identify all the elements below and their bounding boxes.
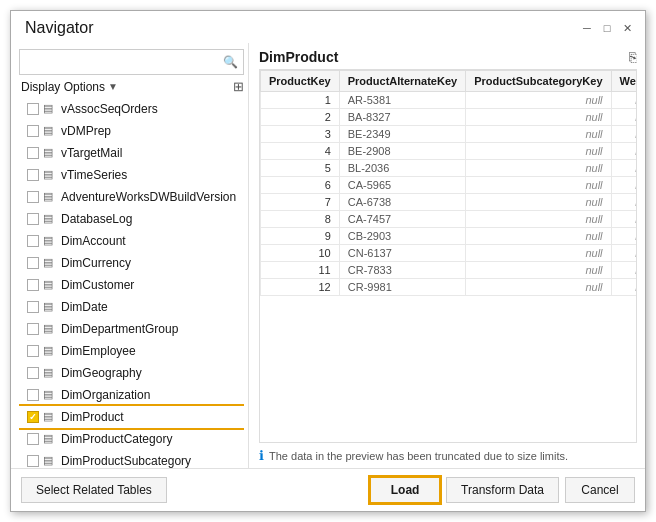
tree-item-label: DimProduct xyxy=(61,410,124,424)
tree-item-dimcurrency[interactable]: ▤DimCurrency xyxy=(19,252,244,274)
table-icon: ▤ xyxy=(43,212,57,226)
cell-product-key: 12 xyxy=(261,279,340,296)
display-options-icon[interactable]: ⊞ xyxy=(233,79,244,94)
cell-weight: null xyxy=(611,262,637,279)
cell-product-key: 5 xyxy=(261,160,340,177)
checkbox-vtimeseries[interactable] xyxy=(27,169,39,181)
preview-refresh-icon[interactable]: ⎘ xyxy=(629,49,637,65)
tree-item-dimemployee[interactable]: ▤DimEmployee xyxy=(19,340,244,362)
cell-alt-key: CR-9981 xyxy=(339,279,465,296)
left-panel: 🔍 Display Options ▼ ⊞ ▤vAssocSeqOrders▤v… xyxy=(19,43,249,468)
preview-title: DimProduct xyxy=(259,49,338,65)
checkbox-adventureworksdwbuildversion[interactable] xyxy=(27,191,39,203)
tree-item-dimgeography[interactable]: ▤DimGeography xyxy=(19,362,244,384)
transform-data-button[interactable]: Transform Data xyxy=(446,477,559,503)
navigator-dialog: Navigator ─ □ ✕ 🔍 Display Options ▼ ⊞ ▤ xyxy=(10,10,646,512)
checkbox-dimcustomer[interactable] xyxy=(27,279,39,291)
display-options-row[interactable]: Display Options ▼ ⊞ xyxy=(19,79,244,94)
checkbox-dimcurrency[interactable] xyxy=(27,257,39,269)
tree-item-dimdate[interactable]: ▤DimDate xyxy=(19,296,244,318)
tree-item-vtargetmail[interactable]: ▤vTargetMail xyxy=(19,142,244,164)
checkbox-dimorganization[interactable] xyxy=(27,389,39,401)
table-icon: ▤ xyxy=(43,366,57,380)
table-icon: ▤ xyxy=(43,168,57,182)
checkbox-dimproductcategory[interactable] xyxy=(27,433,39,445)
checkbox-dimgeography[interactable] xyxy=(27,367,39,379)
cell-product-key: 6 xyxy=(261,177,340,194)
tree-item-label: DimDate xyxy=(61,300,108,314)
checkbox-dimproductsubcategory[interactable] xyxy=(27,455,39,467)
data-table-container[interactable]: ProductKeyProductAlternateKeyProductSubc… xyxy=(259,69,637,443)
minimize-button[interactable]: ─ xyxy=(579,20,595,36)
cell-sub-key: null xyxy=(466,211,611,228)
tree-item-dimorganization[interactable]: ▤DimOrganization xyxy=(19,384,244,406)
checkbox-vdmprep[interactable] xyxy=(27,125,39,137)
table-icon: ▤ xyxy=(43,102,57,116)
tree-item-dimproduct[interactable]: ▤DimProduct xyxy=(19,406,244,428)
tree-item-dimproductcategory[interactable]: ▤DimProductCategory xyxy=(19,428,244,450)
table-row: 7CA-6738nullnull xyxy=(261,194,638,211)
cell-alt-key: CA-7457 xyxy=(339,211,465,228)
checkbox-dimemployee[interactable] xyxy=(27,345,39,357)
cell-weight: null xyxy=(611,211,637,228)
tree-item-databaselog[interactable]: ▤DatabaseLog xyxy=(19,208,244,230)
cell-product-key: 1 xyxy=(261,92,340,109)
display-options-label: Display Options xyxy=(21,80,105,94)
tree-item-vdmprep[interactable]: ▤vDMPrep xyxy=(19,120,244,142)
tree-item-vtimeseries[interactable]: ▤vTimeSeries xyxy=(19,164,244,186)
tree-item-adventureworksdwbuildversion[interactable]: ▤AdventureWorksDWBuildVersion xyxy=(19,186,244,208)
cell-alt-key: BE-2908 xyxy=(339,143,465,160)
maximize-button[interactable]: □ xyxy=(599,20,615,36)
select-related-button[interactable]: Select Related Tables xyxy=(21,477,167,503)
cell-weight: null xyxy=(611,279,637,296)
cancel-button[interactable]: Cancel xyxy=(565,477,635,503)
table-icon: ▤ xyxy=(43,124,57,138)
tree-item-label: DimEmployee xyxy=(61,344,136,358)
tree-item-label: DimProductCategory xyxy=(61,432,172,446)
cell-weight: null xyxy=(611,92,637,109)
table-icon: ▤ xyxy=(43,410,57,424)
table-row: 8CA-7457nullnull xyxy=(261,211,638,228)
tree-container[interactable]: ▤vAssocSeqOrders▤vDMPrep▤vTargetMail▤vTi… xyxy=(19,98,244,468)
tree-item-label: DimProductSubcategory xyxy=(61,454,191,468)
table-icon: ▤ xyxy=(43,234,57,248)
search-bar[interactable]: 🔍 xyxy=(19,49,244,75)
cell-alt-key: CR-7833 xyxy=(339,262,465,279)
table-row: 12CR-9981nullnull xyxy=(261,279,638,296)
tree-item-dimaccount[interactable]: ▤DimAccount xyxy=(19,230,244,252)
tree-item-dimdepartmentgroup[interactable]: ▤DimDepartmentGroup xyxy=(19,318,244,340)
tree-item-dimcustomer[interactable]: ▤DimCustomer xyxy=(19,274,244,296)
table-icon: ▤ xyxy=(43,432,57,446)
cell-sub-key: null xyxy=(466,245,611,262)
checkbox-dimproduct[interactable] xyxy=(27,411,39,423)
checkbox-dimdepartmentgroup[interactable] xyxy=(27,323,39,335)
cell-sub-key: null xyxy=(466,109,611,126)
cell-weight: null xyxy=(611,228,637,245)
checkbox-databaselog[interactable] xyxy=(27,213,39,225)
table-row: 4BE-2908nullnull xyxy=(261,143,638,160)
table-row: 10CN-6137nullnull xyxy=(261,245,638,262)
cell-alt-key: AR-5381 xyxy=(339,92,465,109)
checkbox-vassocseqorders[interactable] xyxy=(27,103,39,115)
tree-item-vassocseqorders[interactable]: ▤vAssocSeqOrders xyxy=(19,98,244,120)
tree-item-label: DimDepartmentGroup xyxy=(61,322,178,336)
right-panel: DimProduct ⎘ ProductKeyProductAlternateK… xyxy=(249,43,637,468)
close-button[interactable]: ✕ xyxy=(619,20,635,36)
tree-item-dimproductsubcategory[interactable]: ▤DimProductSubcategory xyxy=(19,450,244,468)
table-row: 11CR-7833nullnull xyxy=(261,262,638,279)
checkbox-vtargetmail[interactable] xyxy=(27,147,39,159)
tree-item-label: DimCurrency xyxy=(61,256,131,270)
tree-item-label: DatabaseLog xyxy=(61,212,132,226)
checkbox-dimaccount[interactable] xyxy=(27,235,39,247)
checkbox-dimdate[interactable] xyxy=(27,301,39,313)
cell-product-key: 11 xyxy=(261,262,340,279)
table-row: 9CB-2903nullnull xyxy=(261,228,638,245)
table-icon: ▤ xyxy=(43,190,57,204)
cell-alt-key: CA-6738 xyxy=(339,194,465,211)
tree-item-label: vTargetMail xyxy=(61,146,122,160)
cell-alt-key: CA-5965 xyxy=(339,177,465,194)
load-button[interactable]: Load xyxy=(370,477,440,503)
search-input[interactable] xyxy=(25,55,223,69)
cell-product-key: 4 xyxy=(261,143,340,160)
cell-sub-key: null xyxy=(466,160,611,177)
